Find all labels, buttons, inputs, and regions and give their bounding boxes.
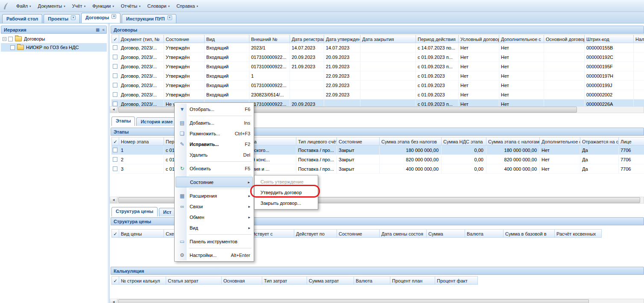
column-header[interactable]: Процент план	[390, 276, 435, 285]
column-header[interactable]: Статья затрат	[166, 276, 222, 285]
column-header[interactable]: Лице	[619, 137, 644, 146]
row-checkbox[interactable]	[113, 83, 117, 87]
table-row[interactable]: Договор, 2023/...УтверждёнВходящий2023/1…	[111, 43, 644, 52]
row-checkbox[interactable]	[113, 92, 117, 97]
tab[interactable]: Проекты×	[44, 14, 80, 23]
column-header[interactable]: Сумма в базовой в	[503, 229, 555, 238]
submenu-item[interactable]: Закрыть договор...	[255, 198, 317, 208]
row-checkbox[interactable]	[113, 102, 117, 106]
column-header[interactable]: Вид	[205, 35, 249, 43]
column-header[interactable]: Номер этапа	[119, 137, 164, 146]
column-header[interactable]: Основная	[222, 276, 262, 285]
table-row[interactable]: Договор, 2023/...УтверждёнВходящий122.09…	[111, 71, 644, 81]
table-row[interactable]: Договор, 2023/...УтверждёнВходящий017310…	[111, 81, 644, 90]
table-row[interactable]: Договор, 2023/...УтверждёнВходящий230823…	[111, 90, 644, 99]
context-menu-item[interactable]: ▦Расширения▸	[176, 190, 253, 201]
scrollbar-thumb[interactable]	[118, 299, 589, 303]
tab-close-icon[interactable]: ×	[167, 15, 172, 20]
menubar-item[interactable]: Словари▾	[144, 2, 173, 10]
context-menu-item[interactable]: ∞Связи▸	[176, 201, 253, 212]
column-header[interactable]: Период действия	[416, 35, 459, 43]
grid-view-icon[interactable]: ▦	[96, 27, 100, 32]
context-menu-item[interactable]: ▭Панель инструментов	[176, 236, 253, 247]
column-header[interactable]: Валюта	[465, 229, 503, 238]
tab-close-icon[interactable]: ×	[111, 14, 116, 19]
column-header[interactable]: Дата смены состоя	[380, 229, 427, 238]
context-menu-item[interactable]: ⚙Настройки...Alt+Enter	[176, 250, 253, 260]
row-checkbox[interactable]	[113, 166, 117, 171]
tab[interactable]: Инструкции ПУП×	[122, 14, 176, 23]
column-header[interactable]: Тип затрат	[262, 276, 307, 285]
column-header[interactable]: Внешний №	[249, 35, 290, 43]
row-checkbox[interactable]	[113, 45, 117, 50]
submenu-item[interactable]: Утвердить договор	[255, 187, 317, 198]
tab[interactable]: Структура цены	[111, 207, 158, 216]
column-header[interactable]: Дата закрытия	[360, 35, 416, 43]
column-header[interactable]: ✓	[111, 229, 119, 238]
column-header[interactable]: Сумма этапа без налогов	[380, 137, 442, 146]
column-header[interactable]: Вид цены	[119, 229, 164, 238]
column-header[interactable]: Сумма затрат	[307, 276, 354, 285]
table-row[interactable]: Договор, 2023/...УтверждёнВходящий017310…	[111, 62, 644, 71]
context-menu-item[interactable]: Состояние▸	[176, 177, 253, 187]
tab[interactable]: Договоры×	[81, 13, 120, 23]
scroll-left-icon[interactable]: ◄	[110, 107, 117, 113]
context-menu-item[interactable]: ❏Размножить...Ctrl+F3	[176, 128, 253, 139]
menubar-item[interactable]: Учёт▾	[69, 2, 89, 10]
menubar-item[interactable]: Документы▾	[35, 2, 69, 10]
column-header[interactable]: Процент факт	[435, 276, 478, 285]
menubar-item[interactable]: Справка▾	[173, 2, 202, 10]
column-header[interactable]: Действует по	[294, 229, 337, 238]
column-header[interactable]: Дополнительное с	[499, 35, 544, 43]
column-header[interactable]: № строки калькул	[119, 276, 166, 285]
tree-node-child[interactable]: НИОКР по ГОЗ без НДС	[1, 43, 107, 52]
column-header[interactable]: Состояние	[164, 35, 205, 43]
horizontal-scrollbar[interactable]: ◄	[110, 299, 644, 303]
context-menu-item[interactable]: Вид▸	[176, 222, 253, 233]
menubar-item[interactable]: Функции▾	[89, 2, 117, 10]
column-header[interactable]: Валюта	[354, 276, 390, 285]
column-header[interactable]: ✓	[111, 137, 119, 146]
row-checkbox[interactable]	[113, 148, 117, 152]
tab[interactable]: Рабочий стол	[2, 14, 42, 23]
column-header[interactable]: Сумма	[427, 229, 465, 238]
column-header[interactable]: Тип лицевого счёт	[296, 137, 337, 146]
column-header[interactable]: Штрих-код	[585, 35, 634, 43]
column-header[interactable]: Условный договор	[459, 35, 499, 43]
tree-node-checkbox[interactable]	[8, 37, 13, 41]
column-header[interactable]: Основной договор	[544, 35, 585, 43]
table-row[interactable]: Договор, 2023/...УтверждёнВходящий017310…	[111, 52, 644, 62]
scroll-left-icon[interactable]: ◄	[110, 197, 117, 203]
row-checkbox[interactable]	[113, 157, 117, 162]
tab[interactable]: Ист	[159, 208, 176, 216]
column-header[interactable]: Сумма НДС этапа	[442, 137, 486, 146]
tab-close-icon[interactable]: ×	[71, 15, 76, 20]
column-header[interactable]: Дата утверждения	[324, 35, 360, 43]
collapse-panel-icon[interactable]: «	[102, 27, 105, 32]
context-menu-item[interactable]: УдалитьDel	[176, 149, 253, 160]
tab[interactable]: История изме	[136, 117, 177, 126]
scroll-left-icon[interactable]: ◄	[110, 299, 117, 303]
context-menu-item[interactable]: ▼Отобрать...F6	[176, 104, 253, 114]
column-header[interactable]: Расчёт косвенных	[555, 229, 602, 238]
collapse-node-icon[interactable]: −	[3, 37, 6, 41]
tab[interactable]: Этапы	[111, 117, 135, 126]
row-checkbox[interactable]	[113, 73, 117, 78]
column-header[interactable]: Состояние	[337, 229, 380, 238]
context-menu-item[interactable]: Обмен▸	[176, 212, 253, 222]
row-checkbox[interactable]	[113, 55, 117, 59]
menubar-item[interactable]: Отчёты▾	[117, 2, 144, 10]
column-header[interactable]: Состояние	[337, 137, 380, 146]
menubar-item[interactable]: Файл▾	[13, 2, 35, 10]
column-header[interactable]: Отражается на су	[580, 137, 619, 146]
column-header[interactable]: Дата регистрации	[290, 35, 324, 43]
tree-node-checkbox[interactable]	[10, 45, 15, 50]
column-header[interactable]: ✓	[111, 276, 119, 285]
context-menu-item[interactable]: ▤Добавить...Ins	[176, 117, 253, 128]
tree-node-root[interactable]: − Договоры	[1, 35, 107, 43]
context-menu-item[interactable]: ✎Исправить...F2	[176, 139, 253, 149]
column-header[interactable]: Документ (тип, №	[119, 35, 164, 43]
submenu-item[interactable]: Снять утверждение	[255, 176, 317, 187]
column-header[interactable]: Сумма этапа с налогами	[486, 137, 540, 146]
column-header[interactable]: ✓	[111, 35, 119, 43]
